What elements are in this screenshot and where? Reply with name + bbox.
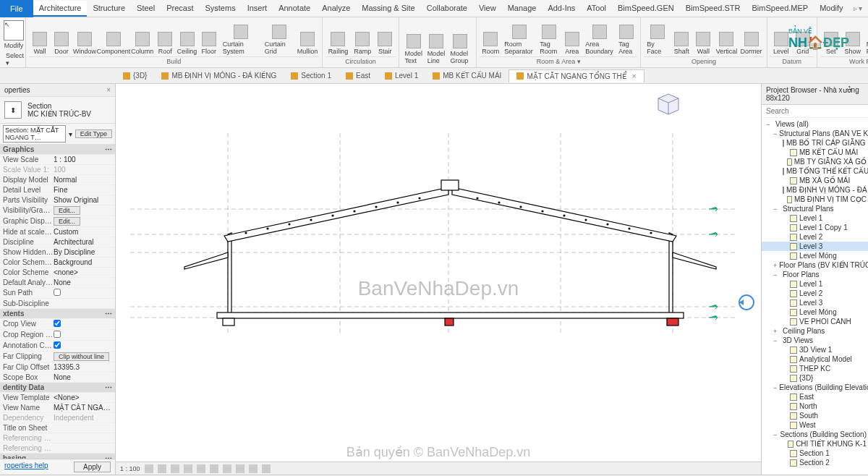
reveal-icon[interactable] [262,464,271,473]
prop-viewtemplate[interactable]: View Template<None> [0,393,115,403]
tree-toggle[interactable]: − [773,431,778,438]
drawing-canvas[interactable]: BanVeNhaDep.vn Bản quyền © BanVeNhaDep.v… [116,84,761,475]
tree-mbbtrcpgingmi[interactable]: MB BỐ TRÍ CÁP GIẰNG MÁI [762,138,868,148]
tree-level1[interactable]: Level 1 [762,213,868,223]
tree-section1[interactable]: Section 1 [762,449,868,458]
menu-bimspeedmep[interactable]: BimSpeed.MEP [746,1,814,17]
tree-north[interactable]: North [762,401,868,411]
menu-precast[interactable]: Precast [161,1,199,17]
ribbon-dormer[interactable]: Dormer [739,19,763,56]
prop-cropview[interactable]: Crop View [0,319,115,330]
ribbon-refplane[interactable]: Ref Plane [864,19,868,56]
tree-level2[interactable]: Level 2 [762,232,868,242]
tree-mbtngthktcu[interactable]: MB TỔNG THỂ KẾT CẤU [762,166,868,176]
type-selector[interactable]: ⬍ Section MC KIẾN TRÚC-BV [0,97,115,124]
prop-graphicdisplayop[interactable]: Graphic Display Op…Edit... [0,216,115,227]
tab-3d[interactable]: {3D} [116,69,154,82]
menu-bimspeedstr[interactable]: BimSpeed.STR [680,1,746,17]
close-icon[interactable]: × [106,86,111,94]
tree-levelmng[interactable]: Level Móng [762,251,868,260]
tree-thepkc[interactable]: THEP KC [762,364,868,373]
checkbox[interactable] [54,320,61,327]
edit-button[interactable]: Edit... [54,206,80,215]
rendering-icon[interactable] [197,464,205,473]
tree-south[interactable]: South [762,411,868,420]
menu-analyze[interactable]: Analyze [316,1,356,17]
nav-wheel[interactable] [738,294,755,313]
ribbon-roomseparator[interactable]: Room Separator [501,19,537,56]
tree-mbnhvmngki[interactable]: MB ĐỊNH VỊ MÓNG - ĐÁ KI [762,185,868,195]
tree-elevationsbuildingelevation[interactable]: −Elevations (Building Elevation) [762,383,868,392]
tree-east[interactable]: East [762,392,868,401]
prop-detaillevel[interactable]: Detail LevelFine [0,185,115,195]
prop-displaymodel[interactable]: Display ModelNormal [0,175,115,185]
prop-viewname[interactable]: View NameMẶT CẮT NGANG T… [0,403,115,413]
category-dentitydata[interactable]: dentity Data⋯ [0,383,115,393]
menu-manage[interactable]: Manage [502,1,542,17]
prop-cropregionvisible[interactable]: Crop Region Visible [0,330,115,341]
sun-path-icon[interactable] [171,464,179,473]
tree-floorplansbvkintrc[interactable]: +Floor Plans (BV KIẾN TRÚC) [762,260,868,270]
menu-modify[interactable]: Modify [814,1,848,17]
menu-view[interactable]: View [473,1,502,17]
edit-button[interactable]: Clip without line [54,352,109,361]
ribbon-window[interactable]: Window [72,19,97,56]
ribbon-wall[interactable]: Wall [692,19,714,56]
tree-sectionsbuildingsection[interactable]: −Sections (Building Section) [762,430,868,439]
prop-partsvisibility[interactable]: Parts VisibilityShow Original [0,195,115,205]
prop-discipline[interactable]: DisciplineArchitectural [0,237,115,247]
ribbon-vertical[interactable]: Vertical [714,19,739,56]
prop-subdiscipline[interactable]: Sub-Discipline [0,299,115,309]
tree-level3[interactable]: Level 3 [762,298,868,307]
tree-3dview1[interactable]: 3D View 1 [762,345,868,354]
tree-levelmng[interactable]: Level Móng [762,307,868,317]
prop-colorscheme[interactable]: Color Scheme<none> [0,268,115,278]
prop-viewscale[interactable]: View Scale1 : 100 [0,155,115,165]
tab-mbnhvmngking[interactable]: MB ĐỊNH VỊ MÓNG - ĐÁ KIỀNG [154,69,284,82]
ribbon-shaft[interactable]: Shaft [671,19,692,56]
tree-viewsall[interactable]: −Views (all) [762,119,868,129]
menu-structure[interactable]: Structure [87,1,131,17]
prop-defaultanalysisdis[interactable]: Default Analysis Dis…None [0,278,115,288]
checkbox[interactable] [54,341,61,349]
tree-3d[interactable]: {3D} [762,373,868,383]
tree-mbxgmi[interactable]: MB XÀ GỒ MÁI [762,176,868,185]
ribbon-roof[interactable]: Roof [154,19,176,56]
ribbon-room[interactable]: Room [480,19,501,56]
prop-farclipping[interactable]: Far ClippingClip without line [0,352,115,362]
menu-bimspeedgen[interactable]: BimSpeed.GEN [612,1,680,17]
checkbox[interactable] [54,331,61,338]
scale-display[interactable]: 1 : 100 [120,465,140,472]
tree-level2[interactable]: Level 2 [762,289,868,298]
menu-steel[interactable]: Steel [131,1,161,17]
prop-dependency[interactable]: DependencyIndependent [0,413,115,423]
tree-vephoicanh[interactable]: VE PHOI CANH [762,317,868,326]
tree-chititkhungk1[interactable]: CHI TIẾT KHUNG K-1 [762,439,868,449]
tree-3dviews[interactable]: −3D Views [762,336,868,345]
tree-floorplans[interactable]: −Floor Plans [762,270,868,279]
tab-mbktcumi[interactable]: MB KẾT CẤU MÁI [425,69,509,82]
tree-structuralplans[interactable]: −Structural Plans [762,204,868,213]
tree-toggle[interactable]: + [773,328,780,335]
prop-referencingdetail[interactable]: Referencing Detail [0,443,115,454]
tree-mbnhvtimcc[interactable]: MB ĐỊNH VỊ TIM CỌC [762,195,868,204]
tree-mbktcumi[interactable]: MB KẾT CẤU MÁI [762,148,868,157]
ribbon-railing[interactable]: Railing [326,19,352,56]
prop-colorschemeloca[interactable]: Color Scheme Loca…Background [0,258,115,268]
prop-titleonsheet[interactable]: Title on Sheet [0,423,115,433]
prop-sunpath[interactable]: Sun Path [0,288,115,299]
detail-level-icon[interactable] [145,464,153,473]
ribbon-curtaingrid[interactable]: Curtain Grid [262,19,297,56]
section-select[interactable]: Section: MẶT CẮT NGANG T… [3,125,66,143]
ribbon-floor[interactable]: Floor [198,19,220,56]
close-icon[interactable]: × [632,72,637,80]
prop-annotationcrop[interactable]: Annotation Crop [0,341,115,352]
ribbon-modeltext[interactable]: Model Text [402,19,425,66]
menu-insert[interactable]: Insert [242,1,273,17]
tree-structuralplansbanvekc[interactable]: −Structural Plans (BAN VE KC) [762,129,868,138]
ribbon-wall[interactable]: Wall [29,19,51,56]
tree-toggle[interactable]: − [766,121,773,128]
ribbon-ceiling[interactable]: Ceiling [176,19,197,56]
menu-collaborate[interactable]: Collaborate [421,1,473,17]
modify-button[interactable]: ↖ Modify [3,19,25,51]
